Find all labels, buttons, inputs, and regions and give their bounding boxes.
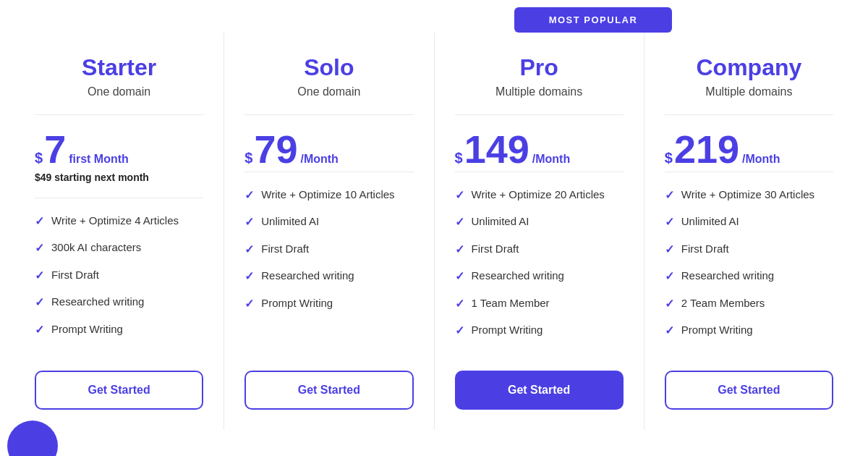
feature-text: First Draft [681, 241, 729, 256]
list-item: ✓First Draft [455, 241, 624, 258]
feature-text: 1 Team Member [472, 295, 550, 311]
price-dollar-sign: $ [35, 150, 43, 166]
feature-text: Write + Optimize 30 Articles [681, 187, 814, 202]
check-icon: ✓ [455, 323, 464, 339]
feature-text: Write + Optimize 10 Articles [261, 187, 394, 202]
list-item: ✓1 Team Member [455, 295, 624, 312]
list-item: ✓Write + Optimize 20 Articles [455, 187, 624, 203]
feature-text: 2 Team Members [681, 295, 765, 311]
check-icon: ✓ [455, 214, 464, 230]
get-started-button-solo[interactable]: Get Started [244, 371, 413, 410]
feature-text: Prompt Writing [681, 322, 753, 337]
check-icon: ✓ [665, 214, 674, 230]
list-item: ✓Unlimited AI [455, 214, 624, 230]
plan-price-row-pro: $149/Month [455, 130, 624, 169]
plan-domain-starter: One domain [35, 85, 203, 98]
get-started-button-company[interactable]: Get Started [665, 371, 833, 410]
plans-container: StarterOne domain$7first Month$49 starti… [0, 33, 868, 430]
list-item: ✓Unlimited AI [665, 214, 833, 230]
list-item: ✓Write + Optimize 30 Articles [665, 187, 833, 203]
list-item: ✓First Draft [35, 267, 203, 284]
feature-text: Researched writing [472, 268, 564, 283]
list-item: ✓Researched writing [455, 268, 624, 284]
features-list-starter: ✓Write + Optimize 4 Articles✓300k AI cha… [35, 213, 203, 349]
check-icon: ✓ [244, 296, 254, 312]
price-period-starter: first Month [69, 153, 129, 166]
price-amount-solo: 79 [254, 130, 297, 169]
price-dollar-sign: $ [665, 150, 673, 166]
check-icon: ✓ [665, 242, 674, 258]
divider [244, 114, 413, 115]
list-item: ✓Prompt Writing [455, 322, 624, 339]
feature-text: First Draft [261, 241, 309, 256]
price-dollar-sign: $ [244, 150, 252, 166]
plan-name-pro: Pro [455, 54, 624, 81]
features-list-solo: ✓Write + Optimize 10 Articles✓Unlimited … [244, 187, 413, 349]
check-icon: ✓ [35, 322, 44, 338]
get-started-button-starter[interactable]: Get Started [35, 371, 203, 410]
price-dollar-sign: $ [455, 150, 463, 166]
list-item: ✓Write + Optimize 4 Articles [35, 213, 203, 229]
list-item: ✓2 Team Members [665, 295, 833, 312]
divider [35, 198, 203, 198]
plan-name-starter: Starter [35, 54, 203, 81]
divider [665, 172, 833, 172]
divider [455, 114, 624, 115]
price-period-pro: /Month [532, 153, 570, 166]
check-icon: ✓ [35, 295, 44, 311]
feature-text: Unlimited AI [472, 214, 529, 229]
divider [244, 172, 413, 172]
list-item: ✓300k AI characters [35, 240, 203, 256]
feature-text: Unlimited AI [261, 214, 319, 229]
plan-name-solo: Solo [244, 54, 413, 81]
plan-price-row-company: $219/Month [665, 130, 833, 169]
check-icon: ✓ [244, 214, 254, 230]
price-period-solo: /Month [300, 153, 338, 166]
list-item: ✓Researched writing [665, 268, 833, 284]
features-list-company: ✓Write + Optimize 30 Articles✓Unlimited … [665, 187, 833, 349]
check-icon: ✓ [35, 214, 44, 229]
price-period-company: /Month [742, 153, 780, 166]
list-item: ✓First Draft [244, 241, 413, 258]
list-item: ✓Prompt Writing [665, 322, 833, 339]
divider [35, 114, 203, 115]
price-next-month-starter: $49 starting next month [35, 172, 203, 183]
feature-text: First Draft [51, 267, 99, 282]
check-icon: ✓ [665, 187, 674, 203]
plan-card-company: CompanyMultiple domains$219/Month✓Write … [644, 33, 854, 430]
page-wrapper: MOST POPULAR StarterOne domain$7first Mo… [0, 0, 868, 456]
price-amount-pro: 149 [464, 130, 529, 169]
feature-text: Unlimited AI [681, 214, 739, 229]
feature-text: Prompt Writing [472, 322, 543, 337]
check-icon: ✓ [455, 269, 464, 284]
check-icon: ✓ [665, 269, 674, 284]
feature-text: 300k AI characters [51, 240, 141, 255]
feature-text: Write + Optimize 20 Articles [472, 187, 605, 202]
check-icon: ✓ [455, 296, 464, 312]
feature-text: First Draft [472, 241, 519, 256]
plan-domain-solo: One domain [244, 85, 413, 98]
plan-domain-company: Multiple domains [665, 85, 833, 98]
list-item: ✓Researched writing [244, 268, 413, 284]
feature-text: Prompt Writing [261, 295, 333, 311]
list-item: ✓Write + Optimize 10 Articles [244, 187, 413, 203]
check-icon: ✓ [244, 187, 254, 203]
plan-card-solo: SoloOne domain$79/Month✓Write + Optimize… [224, 33, 434, 430]
feature-text: Prompt Writing [51, 321, 123, 337]
plan-card-pro: ProMultiple domains$149/Month✓Write + Op… [435, 33, 644, 430]
check-icon: ✓ [244, 242, 254, 258]
plan-card-starter: StarterOne domain$7first Month$49 starti… [14, 33, 224, 430]
feature-text: Researched writing [51, 294, 144, 309]
feature-text: Researched writing [681, 268, 774, 283]
list-item: ✓Researched writing [35, 294, 203, 311]
check-icon: ✓ [455, 242, 464, 258]
list-item: ✓Prompt Writing [244, 295, 413, 312]
get-started-button-pro[interactable]: Get Started [455, 371, 624, 410]
price-amount-company: 219 [674, 130, 739, 169]
feature-text: Researched writing [261, 268, 354, 283]
plan-price-row-starter: $7first Month [35, 130, 203, 169]
check-icon: ✓ [35, 240, 44, 256]
price-amount-starter: 7 [44, 130, 66, 169]
check-icon: ✓ [455, 187, 464, 203]
plan-price-row-solo: $79/Month [244, 130, 413, 169]
